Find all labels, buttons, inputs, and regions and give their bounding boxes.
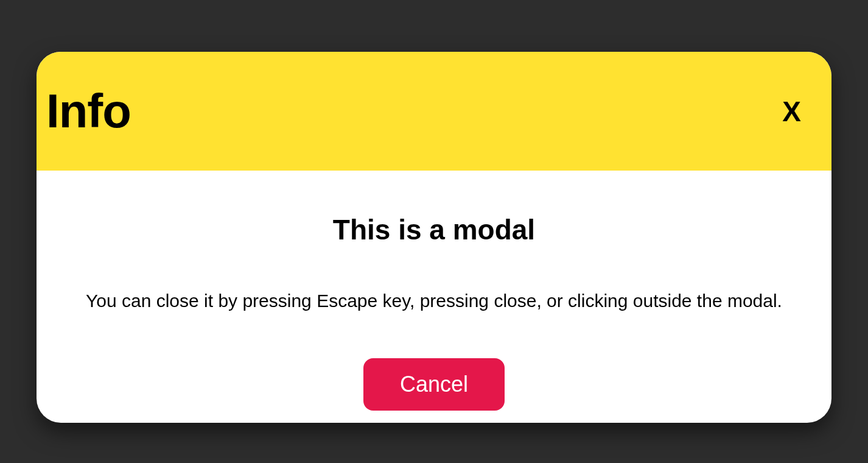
info-modal: Info X This is a modal You can close it … xyxy=(37,52,831,423)
modal-heading: This is a modal xyxy=(55,213,813,246)
modal-title: Info xyxy=(46,83,131,139)
cancel-button[interactable]: Cancel xyxy=(363,358,505,411)
close-button[interactable]: X xyxy=(782,97,801,125)
modal-header: Info X xyxy=(37,52,831,171)
modal-body: This is a modal You can close it by pres… xyxy=(37,171,831,423)
modal-description: You can close it by pressing Escape key,… xyxy=(55,289,813,313)
